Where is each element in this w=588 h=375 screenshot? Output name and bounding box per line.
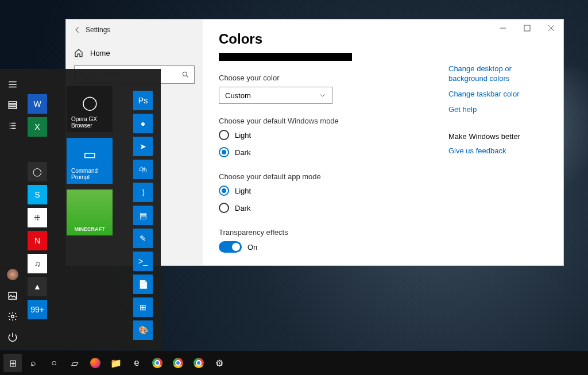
tile-app5[interactable]: ✎ xyxy=(133,229,153,248)
radio-icon xyxy=(219,203,229,213)
taskbar-chrome2[interactable] xyxy=(169,354,187,372)
windows-mode-dark[interactable]: Dark xyxy=(219,147,448,157)
tile-app2[interactable]: ➤ xyxy=(133,137,153,156)
tile-paint[interactable]: 🎨 xyxy=(133,320,153,340)
taskbar-chrome3[interactable] xyxy=(189,354,208,372)
hamburger-icon[interactable] xyxy=(7,79,18,90)
settings-content-panel: Colors Choose your color Custom Choose y… xyxy=(203,20,563,265)
windows-mode-label: Choose your default Windows mode xyxy=(219,117,448,125)
svg-rect-3 xyxy=(9,105,17,106)
home-nav-item[interactable]: Home xyxy=(66,40,203,65)
tile-ps[interactable]: Ps xyxy=(133,91,153,110)
link-desktop-bg[interactable]: Change desktop or background colors xyxy=(448,64,552,84)
taskbar-chrome1[interactable] xyxy=(148,354,167,372)
svg-rect-4 xyxy=(9,107,17,109)
make-windows-better: Make Windows better xyxy=(448,132,552,141)
home-icon xyxy=(74,48,83,57)
minimize-button[interactable] xyxy=(491,20,515,37)
search-icon xyxy=(181,71,189,79)
choose-color-value: Custom xyxy=(225,91,251,100)
window-title: Settings xyxy=(86,26,110,34)
tile-vlc[interactable]: ▲ xyxy=(28,277,47,296)
close-button[interactable] xyxy=(539,20,563,37)
choose-color-label: Choose your color xyxy=(219,74,448,82)
tile-netflix[interactable]: N xyxy=(28,231,47,250)
link-feedback[interactable]: Give us feedback xyxy=(448,146,552,156)
transparency-toggle[interactable]: On xyxy=(219,241,448,253)
tile-slack[interactable]: ⁜ xyxy=(28,208,47,227)
toggle-icon xyxy=(219,241,242,253)
tile-word[interactable]: W xyxy=(28,94,47,114)
tile-calc[interactable]: ⊞ xyxy=(133,297,153,317)
svg-point-0 xyxy=(183,72,187,76)
app-mode-label: Choose your default app mode xyxy=(219,172,448,181)
taskbar-taskview[interactable]: ▱ xyxy=(65,354,84,372)
tile-app4[interactable]: ▤ xyxy=(133,206,153,225)
start-tiles: WX◯S⁜N♫▲99+ ◯Opera GX Browser▭Command Pr… xyxy=(25,69,161,350)
radio-icon xyxy=(219,185,229,196)
page-title: Colors xyxy=(219,31,448,47)
power-icon[interactable] xyxy=(7,332,18,342)
tile-skype[interactable]: S xyxy=(28,185,47,204)
svg-rect-2 xyxy=(9,102,17,103)
taskbar-firefox[interactable] xyxy=(86,354,105,372)
tile-chrome[interactable]: ◯ xyxy=(28,162,47,181)
taskbar-settings[interactable]: ⚙ xyxy=(210,354,229,372)
home-label: Home xyxy=(90,49,110,57)
taskbar-start[interactable]: ⊞ xyxy=(3,354,22,372)
back-button[interactable] xyxy=(69,22,86,38)
radio-icon xyxy=(219,130,229,140)
tile-itunes[interactable]: ♫ xyxy=(28,254,47,273)
tile-app1[interactable]: ● xyxy=(133,114,153,133)
link-taskbar-color[interactable]: Change taskbar color xyxy=(448,90,552,99)
app-mode-light[interactable]: Light xyxy=(219,185,448,196)
tile-store[interactable]: 🛍 xyxy=(133,160,153,179)
svg-point-6 xyxy=(11,315,14,318)
pictures-icon[interactable] xyxy=(7,291,18,301)
radio-label: Dark xyxy=(235,148,250,157)
settings-titlebar: Settings xyxy=(66,20,203,40)
taskbar-edge[interactable]: e xyxy=(127,354,146,372)
color-preview xyxy=(219,53,352,61)
taskbar: ⊞⌕○▱📁e⚙ xyxy=(0,351,588,375)
taskbar-cortana[interactable]: ○ xyxy=(45,354,63,372)
radio-label: Dark xyxy=(235,204,250,212)
related-settings: Change desktop or background colors Chan… xyxy=(448,64,552,161)
tile-app3[interactable]: ⟩ xyxy=(133,183,153,202)
choose-color-select[interactable]: Custom xyxy=(219,87,332,104)
transparency-label: Transparency effects xyxy=(219,228,448,237)
tile-more[interactable]: 99+ xyxy=(28,300,47,319)
tile-minecraft[interactable]: MINECRAFT xyxy=(67,190,113,235)
windows-mode-light[interactable]: Light xyxy=(219,130,448,140)
taskbar-search[interactable]: ⌕ xyxy=(24,354,42,372)
radio-icon xyxy=(219,147,229,157)
radio-label: Light xyxy=(235,131,251,140)
tile-excel[interactable]: X xyxy=(28,117,47,137)
tile-operagx[interactable]: ◯Opera GX Browser xyxy=(67,86,113,132)
user-avatar[interactable] xyxy=(7,269,18,280)
chevron-down-icon xyxy=(319,92,326,99)
app-mode-dark[interactable]: Dark xyxy=(219,203,448,213)
start-menu: WX◯S⁜N♫▲99+ ◯Opera GX Browser▭Command Pr… xyxy=(0,69,161,350)
toggle-state: On xyxy=(247,243,257,252)
recent-icon[interactable] xyxy=(7,100,18,110)
tile-term[interactable]: >_ xyxy=(133,252,153,271)
tile-cmd[interactable]: ▭Command Prompt xyxy=(67,138,113,184)
settings-gear-icon[interactable] xyxy=(7,311,18,322)
radio-label: Light xyxy=(235,187,251,195)
maximize-button[interactable] xyxy=(515,20,539,37)
tile-app6[interactable]: 📄 xyxy=(133,275,153,294)
window-controls xyxy=(491,20,563,37)
svg-rect-1 xyxy=(524,25,530,31)
taskbar-explorer[interactable]: 📁 xyxy=(107,354,125,372)
link-get-help[interactable]: Get help xyxy=(448,105,552,115)
list-icon[interactable] xyxy=(7,121,18,131)
start-rail xyxy=(0,69,25,350)
